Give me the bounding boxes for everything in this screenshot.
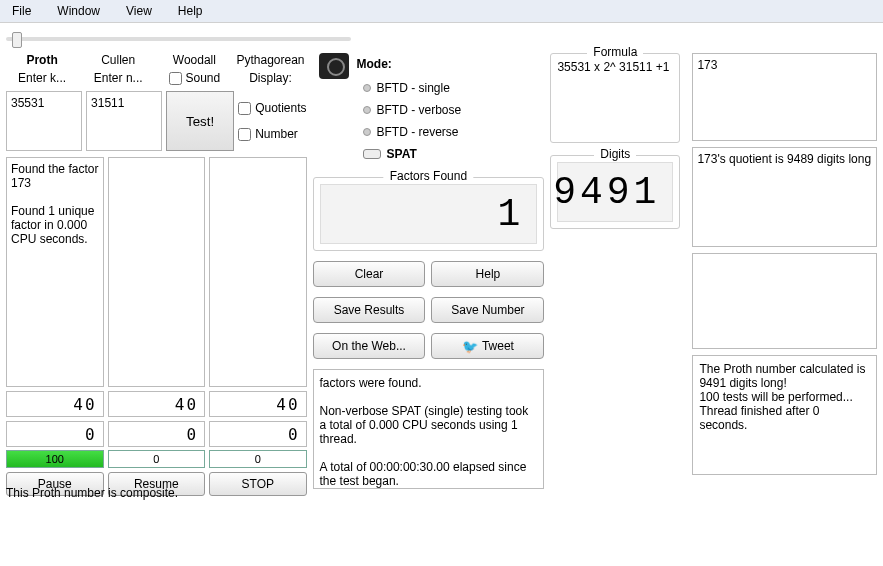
progress-bar-3: 0	[209, 450, 307, 468]
status-bar: This Proth number is composite.	[6, 486, 178, 500]
mode-single[interactable]: BFTD - single	[363, 77, 545, 99]
mode-title: Mode:	[357, 53, 545, 75]
progress-bar-1: 100	[6, 450, 104, 468]
factors-lcd: 1	[320, 184, 538, 244]
factors-found-label: Factors Found	[384, 169, 473, 183]
input-n[interactable]: 31511	[86, 91, 162, 151]
digits-label: Digits	[594, 147, 636, 161]
tweet-button[interactable]: 🐦Tweet	[431, 333, 544, 359]
seg-zero-3: 0	[209, 421, 307, 447]
digits-lcd: 9491	[557, 162, 673, 222]
help-button[interactable]: Help	[431, 261, 544, 287]
log-box-2	[108, 157, 206, 387]
label-display: Display:	[234, 71, 306, 85]
right-box-2[interactable]: 173's quotient is 9489 digits long	[692, 147, 877, 247]
formula-label: Formula	[587, 45, 643, 59]
menu-help[interactable]: Help	[172, 2, 209, 20]
stop-button[interactable]: STOP	[209, 472, 307, 496]
on-the-web-button[interactable]: On the Web...	[313, 333, 426, 359]
save-results-button[interactable]: Save Results	[313, 297, 426, 323]
right-box-3[interactable]	[692, 253, 877, 349]
menu-view[interactable]: View	[120, 2, 158, 20]
seg-zero-2: 0	[108, 421, 206, 447]
seg-display-1: 40	[6, 391, 104, 417]
sound-checkbox[interactable]	[169, 72, 182, 85]
top-slider[interactable]	[6, 37, 351, 41]
twitter-icon: 🐦	[462, 339, 478, 354]
progress-bar-2: 0	[108, 450, 206, 468]
label-enter-n: Enter n...	[82, 71, 154, 85]
right-box-1[interactable]: 173	[692, 53, 877, 141]
right-log: The Proth number calculated is 9491 digi…	[692, 355, 877, 475]
seg-zero-1: 0	[6, 421, 104, 447]
header-pyth: Pythagorean	[234, 53, 306, 67]
label-quotients: Quotients	[255, 101, 306, 115]
mode-verbose[interactable]: BFTD - verbose	[363, 99, 545, 121]
log-box-3	[209, 157, 307, 387]
input-k[interactable]: 35531	[6, 91, 82, 151]
quotients-checkbox[interactable]	[238, 102, 251, 115]
formula-text: 35531 x 2^ 31511 +1	[557, 60, 673, 74]
header-woodall: Woodall	[158, 53, 230, 67]
mode-spat[interactable]: SPAT	[363, 143, 545, 165]
menubar: File Window View Help	[0, 0, 883, 23]
log-box-1: Found the factor 173 Found 1 unique fact…	[6, 157, 104, 387]
number-checkbox[interactable]	[238, 128, 251, 141]
test-button[interactable]: Test!	[166, 91, 234, 151]
menu-file[interactable]: File	[6, 2, 37, 20]
label-enter-k: Enter k...	[6, 71, 78, 85]
menu-window[interactable]: Window	[51, 2, 106, 20]
save-number-button[interactable]: Save Number	[431, 297, 544, 323]
mid-log[interactable]: factors were found. Non-verbose SPAT (si…	[313, 369, 545, 489]
seg-display-2: 40	[108, 391, 206, 417]
label-sound: Sound	[186, 71, 221, 85]
header-cullen: Cullen	[82, 53, 154, 67]
header-proth: Proth	[6, 53, 78, 67]
mode-reverse[interactable]: BFTD - reverse	[363, 121, 545, 143]
label-number: Number	[255, 127, 298, 141]
clear-button[interactable]: Clear	[313, 261, 426, 287]
camera-icon[interactable]	[319, 53, 349, 79]
seg-display-3: 40	[209, 391, 307, 417]
